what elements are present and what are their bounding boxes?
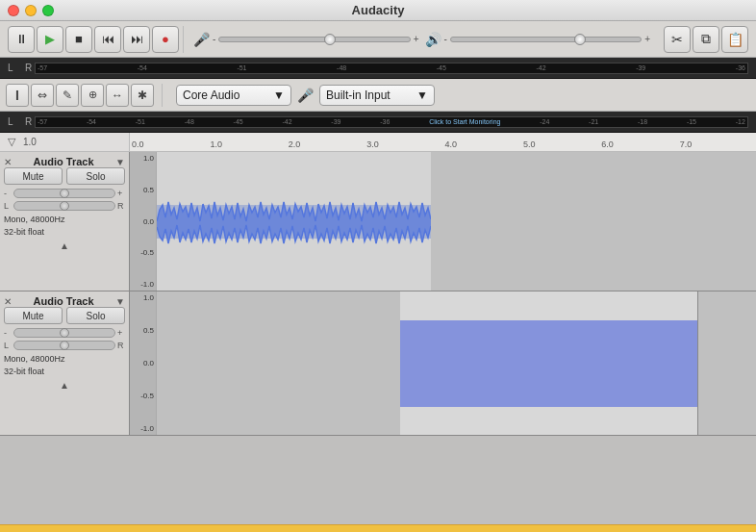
edit-group: ✂ ⧉ 📋 <box>660 26 752 53</box>
record-button[interactable]: ● <box>152 26 179 53</box>
ruler-marks: 0.0 1.0 2.0 3.0 4.0 5.0 6.0 7.0 <box>130 133 756 151</box>
track-2-mute-button[interactable]: Mute <box>4 307 63 324</box>
track-2-arrow-svg <box>400 291 698 435</box>
track-2-pan-l: L <box>4 341 12 350</box>
vu-lr-label-2: L <box>8 116 21 127</box>
vu-row-2: L R -57 -54 -51 -48 -45 -42 -39 -36 Clic… <box>0 112 756 133</box>
track-2-clip[interactable] <box>400 291 698 435</box>
track-1-buttons: Mute Solo <box>4 167 125 185</box>
window-title: Audacity <box>352 3 405 17</box>
track-2-controls: ✕ Audio Track ▼ Mute Solo - + L <box>0 291 130 435</box>
paste-button[interactable]: 📋 <box>721 26 748 53</box>
audio-device-section: Core Audio ▼ 🎤 Built-in Input ▼ <box>168 85 435 106</box>
track-2-gain-plus: + <box>117 328 125 338</box>
multi-tool-button[interactable]: ✱ <box>131 84 154 107</box>
tool-buttons: I ⇔ ✎ ⊕ ↔ ✱ <box>6 84 163 107</box>
close-button[interactable] <box>8 5 19 16</box>
traffic-lights <box>8 5 54 16</box>
track-2-clip-area[interactable] <box>157 291 756 435</box>
app-window: Audacity ⏸ ▶ ■ ⏮ ⏭ ● 🎤 - + 🔊 <box>0 0 756 532</box>
track-1-pan: L R <box>4 201 125 211</box>
track-2-gain-minus: - <box>4 328 12 338</box>
mic-icon: 🎤 <box>193 32 210 47</box>
minimize-button[interactable] <box>25 5 37 16</box>
input-dropdown-arrow: ▼ <box>416 89 428 102</box>
track-2-info: Mono, 48000Hz 32-bit float <box>4 353 125 378</box>
track-2-pan-r: R <box>117 341 125 350</box>
track-1-close-button[interactable]: ✕ <box>4 157 12 167</box>
track-1-gain-slider[interactable] <box>13 189 115 198</box>
track-1-clip-area[interactable]: // This is inline, will render static ba… <box>157 152 756 291</box>
track-1-collapse[interactable]: ▲ <box>4 241 125 251</box>
track-2-collapse[interactable]: ▲ <box>4 380 125 391</box>
track-2-gain-knob[interactable] <box>60 328 69 338</box>
track-1-gain: - + <box>4 189 125 198</box>
track-1-mute-button[interactable]: Mute <box>4 167 63 185</box>
track-2-close-button[interactable]: ✕ <box>4 296 12 307</box>
ruler-left-spacer: ▽ 1.0 <box>0 133 130 151</box>
mic-level-slider[interactable] <box>218 37 410 42</box>
track-1-pan-l: L <box>4 201 12 211</box>
track-1-dropdown[interactable]: ▼ <box>115 157 125 167</box>
track-2-gain: - + <box>4 328 125 338</box>
track-2-pan-knob[interactable] <box>60 341 69 350</box>
track-2-clip-border <box>697 291 698 435</box>
pause-button[interactable]: ⏸ <box>8 26 35 53</box>
track-1-gain-knob[interactable] <box>60 189 69 198</box>
vu-lr-label-1: L <box>8 63 21 73</box>
tracks-area: ✕ Audio Track ▼ Mute Solo - + L <box>0 152 756 524</box>
track-2-header: ✕ Audio Track ▼ <box>4 295 125 307</box>
spk-level-slider[interactable] <box>450 37 642 42</box>
zoom-tool-button[interactable]: ⊕ <box>81 84 104 107</box>
track-1-clip[interactable]: // This is inline, will render static ba… <box>157 152 431 291</box>
track-2-buttons: Mute Solo <box>4 307 125 324</box>
host-dropdown-arrow: ▼ <box>273 89 285 102</box>
track-2-solo-button[interactable]: Solo <box>66 307 125 324</box>
stop-button[interactable]: ■ <box>65 26 92 53</box>
spk-minus-label: - <box>444 34 447 44</box>
speaker-icon: 🔊 <box>425 32 441 47</box>
track-1-info: Mono, 48000Hz 32-bit float <box>4 214 125 239</box>
cut-button[interactable]: ✂ <box>664 26 691 53</box>
mic-slider-thumb[interactable] <box>324 34 336 45</box>
track-2-collapse-arrow-icon: ▲ <box>60 380 69 391</box>
play-button[interactable]: ▶ <box>37 26 63 53</box>
track-1-name: Audio Track <box>13 156 113 167</box>
draw-tool-button[interactable]: ✎ <box>56 84 79 107</box>
spk-plus-label: + <box>644 34 650 44</box>
titlebar: Audacity <box>0 0 756 21</box>
track-2-pan-slider[interactable] <box>13 341 115 350</box>
rewind-button[interactable]: ⏮ <box>94 26 121 53</box>
track-1-pan-r: R <box>117 201 125 211</box>
copy-button[interactable]: ⧉ <box>693 26 719 53</box>
ruler-triangle-icon: ▽ <box>8 136 15 148</box>
track-1-pan-knob[interactable] <box>60 201 69 211</box>
spk-meter-section: 🔊 - + <box>425 32 651 47</box>
collapse-arrow-icon: ▲ <box>60 241 69 251</box>
tools-toolbar: I ⇔ ✎ ⊕ ↔ ✱ Core Audio ▼ 🎤 Built-in Inpu… <box>0 79 756 112</box>
main-toolbar: ⏸ ▶ ■ ⏮ ⏭ ● 🎤 - + 🔊 - <box>0 21 756 58</box>
track-1-waveform-content: 1.0 0.5 0.0 -0.5 -1.0 <box>130 152 756 291</box>
track-1-pan-slider[interactable] <box>13 201 115 211</box>
track-1-header: ✕ Audio Track ▼ <box>4 156 125 167</box>
selection-tool-button[interactable]: I <box>6 84 29 107</box>
svg-marker-3 <box>400 320 698 407</box>
mic-plus-label: + <box>414 34 419 44</box>
ruler-start-label: 1.0 <box>23 137 37 147</box>
ruler-timeline[interactable]: 0.0 1.0 2.0 3.0 4.0 5.0 6.0 7.0 <box>130 133 756 151</box>
maximize-button[interactable] <box>42 5 54 16</box>
click-monitor-text[interactable]: Click to Start Monitoring <box>429 118 500 125</box>
envelope-tool-button[interactable]: ⇔ <box>31 84 54 107</box>
track-2-dropdown[interactable]: ▼ <box>115 296 125 307</box>
vu-bar-1: -57 -54 -51 -48 -45 -42 -39 -36 <box>35 63 748 74</box>
fastforward-button[interactable]: ⏭ <box>123 26 150 53</box>
track-2-scale: 1.0 0.5 0.0 -0.5 -1.0 <box>130 291 157 435</box>
track-1-solo-button[interactable]: Solo <box>66 167 125 185</box>
audio-host-dropdown[interactable]: Core Audio ▼ <box>176 85 291 106</box>
timeshift-tool-button[interactable]: ↔ <box>106 84 129 107</box>
spk-slider-thumb[interactable] <box>574 34 586 45</box>
track-2-gain-slider[interactable] <box>13 328 115 338</box>
track-2-waveform-content: 1.0 0.5 0.0 -0.5 -1.0 <box>130 291 756 435</box>
audio-input-dropdown[interactable]: Built-in Input ▼ <box>319 85 435 106</box>
track-2-pan: L R <box>4 341 125 350</box>
